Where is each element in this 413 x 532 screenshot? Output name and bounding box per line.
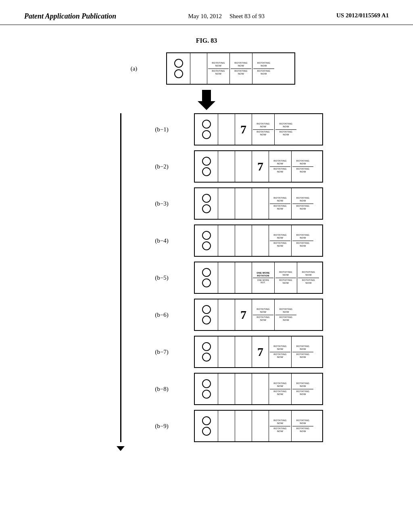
label-b8: (b−8) (146, 386, 178, 393)
circle-b4-top (202, 231, 211, 240)
label-b9: (b−9) (146, 423, 178, 430)
circles-b8 (195, 374, 218, 404)
rotating-now-a2b: ROTATINGNOW (234, 70, 248, 75)
diagram-b4: ROTATINGNOW ROTATINGNOW ROTATINGNOW ROTA… (194, 224, 323, 257)
diagram-b8: ROTATINGNOW ROTATINGNOW ROTATINGNOW ROTA… (194, 373, 323, 405)
rotating-now-a1: ROTATINGNOW (212, 62, 225, 67)
circle-b3-bottom (202, 204, 211, 213)
diagram-b2: 7 ROTATINGNOW ROTATINGNOW ROTATINGNOW RO… (194, 150, 323, 183)
row-b1: (b−1) 7 ROTATINGNOW ROTATINGNOW ROTATING… (138, 113, 331, 145)
rotating-now-a1b: ROTATINGNOW (212, 70, 225, 75)
circle-b1-bottom (202, 130, 211, 139)
empty2-b9 (252, 411, 269, 441)
circle-b5-top (202, 268, 211, 277)
label-a: (a) (118, 65, 150, 72)
label-b4: (b−4) (146, 237, 178, 244)
text-cell-b3-2: ROTATINGNOW ROTATINGNOW (292, 188, 314, 219)
b-rows-container: (b−1) 7 ROTATINGNOW ROTATINGNOW ROTATING… (120, 113, 315, 442)
middle-b8 (218, 374, 235, 404)
empty-b8 (235, 374, 252, 404)
circle-b7-bottom (202, 353, 211, 362)
text-cell-b6-2: ROTATINGNOW ROTATINGNOW (275, 299, 297, 330)
diagram-b3: ROTATINGNOW ROTATINGNOW ROTATINGNOW ROTA… (194, 187, 323, 220)
label-b7: (b−7) (146, 349, 178, 355)
label-b6: (b−6) (146, 312, 178, 318)
circle-a-bottom (174, 69, 183, 78)
row-b9: (b−9) ROTATINGNOW ROTATINGNOW ROTATINGNO… (138, 410, 331, 442)
circles-b4 (195, 225, 218, 256)
sheet-label: Sheet 83 of 93 (229, 13, 265, 19)
text-cell-b9-2: ROTATINGNOW ROTATINGNOW (292, 411, 314, 441)
empty2-b3 (252, 188, 269, 219)
circle-b5-bottom (202, 278, 211, 287)
circles-b1 (195, 114, 218, 145)
diagram-b9: ROTATINGNOW ROTATINGNOW ROTATINGNOW ROTA… (194, 410, 323, 442)
one-more-b5: ONE MOREROTATION ONE MOREROT. (252, 262, 275, 293)
text-cell-b4-1: ROTATINGNOW ROTATINGNOW (269, 225, 292, 256)
rotating-now-a2: ROTATINGNOW (234, 62, 248, 67)
text-cell-b7-2: ROTATINGNOW ROTATINGNOW (292, 337, 314, 367)
middle-b1 (218, 114, 235, 145)
text-cell-a3: ROTATINGNOW ROTATINGNOW (252, 53, 275, 84)
text-cell-b2-2: ROTATINGNOW ROTATINGNOW (292, 151, 314, 182)
circle-b6-top (202, 305, 211, 314)
seven-b6: 7 (235, 299, 252, 330)
text-cell-b5-1: ROTATINGNOW ROTATINGNOW (275, 262, 297, 293)
empty2-b8 (252, 374, 269, 404)
text-cell-b6-1: ROTATINGNOW ROTATINGNOW (252, 299, 275, 330)
text-cell-b7-1: ROTATINGNOW ROTATINGNOW (269, 337, 292, 367)
publication-label: Patent Application Publication (24, 12, 116, 21)
circles-b7 (195, 337, 218, 367)
text-cell-b9-1: ROTATINGNOW ROTATINGNOW (269, 411, 292, 441)
text-cell-b2-1: ROTATINGNOW ROTATINGNOW (269, 151, 292, 182)
middle-b2 (218, 151, 235, 182)
arrow-down-container (198, 90, 215, 110)
middle-a (190, 53, 207, 84)
arrow-stem (202, 90, 211, 101)
circle-b9-bottom (202, 427, 211, 436)
circle-b1-top (202, 120, 211, 129)
circle-b7-top (202, 342, 211, 351)
row-b8: (b−8) ROTATINGNOW ROTATINGNOW ROTATINGNO… (138, 373, 331, 405)
label-b5: (b−5) (146, 274, 178, 281)
text-cell-b8-1: ROTATINGNOW ROTATINGNOW (269, 374, 292, 404)
seven-b1: 7 (235, 114, 252, 145)
row-b5: (b−5) ONE MOREROTATION ONE MOREROT. ROTA… (138, 262, 331, 294)
diagram-b5: ONE MOREROTATION ONE MOREROT. ROTATINGNO… (194, 262, 323, 294)
rotating-now-a3: ROTATINGNOW (257, 62, 271, 67)
seven-b2: 7 (252, 151, 269, 182)
empty-b7 (235, 337, 252, 367)
empty-b4 (235, 225, 252, 256)
circle-b6-bottom (202, 316, 211, 324)
empty-b2 (235, 151, 252, 182)
diagram-b7: 7 ROTATINGNOW ROTATINGNOW ROTATINGNOW RO… (194, 336, 323, 368)
main-content: (a) ROTATINGNOW ROTATINGNOW ROTATINGNOW … (0, 52, 413, 442)
diagram-b1: 7 ROTATINGNOW ROTATINGNOW ROTATINGNOW RO… (194, 113, 323, 145)
continuation-arrow (117, 446, 125, 451)
middle-b7 (218, 337, 235, 367)
circles-b2 (195, 151, 218, 182)
empty-b3 (235, 188, 252, 219)
empty2-b4 (252, 225, 269, 256)
middle-b6 (218, 299, 235, 330)
label-b3: (b−3) (146, 200, 178, 207)
text-cell-b8-2: ROTATINGNOW ROTATINGNOW (292, 374, 314, 404)
diagram-b6: 7 ROTATINGNOW ROTATINGNOW ROTATINGNOW RO… (194, 299, 323, 331)
middle-b5 (218, 262, 235, 293)
row-b7: (b−7) 7 ROTATINGNOW ROTATINGNOW ROTATING… (138, 336, 331, 368)
circle-b2-top (202, 157, 211, 166)
cont-arrow-head (117, 446, 125, 451)
label-b1: (b−1) (146, 126, 178, 133)
label-b2: (b−2) (146, 163, 178, 170)
date-label: May 10, 2012 (188, 13, 222, 19)
circles-a (167, 53, 190, 84)
circle-b8-top (202, 379, 211, 388)
row-b3: (b−3) ROTATINGNOW ROTATINGNOW ROTATINGNO… (138, 187, 331, 220)
circle-a-top (174, 59, 183, 68)
header-meta: May 10, 2012 Sheet 83 of 93 (188, 12, 265, 21)
middle-b9 (218, 411, 235, 441)
text-cell-b1-1: ROTATINGNOW ROTATINGNOW (252, 114, 275, 145)
text-cell-b4-2: ROTATINGNOW ROTATINGNOW (292, 225, 314, 256)
rotating-now-a3b: ROTATINGNOW (257, 70, 271, 75)
diagram-a: ROTATINGNOW ROTATINGNOW ROTATINGNOW ROTA… (166, 52, 295, 85)
